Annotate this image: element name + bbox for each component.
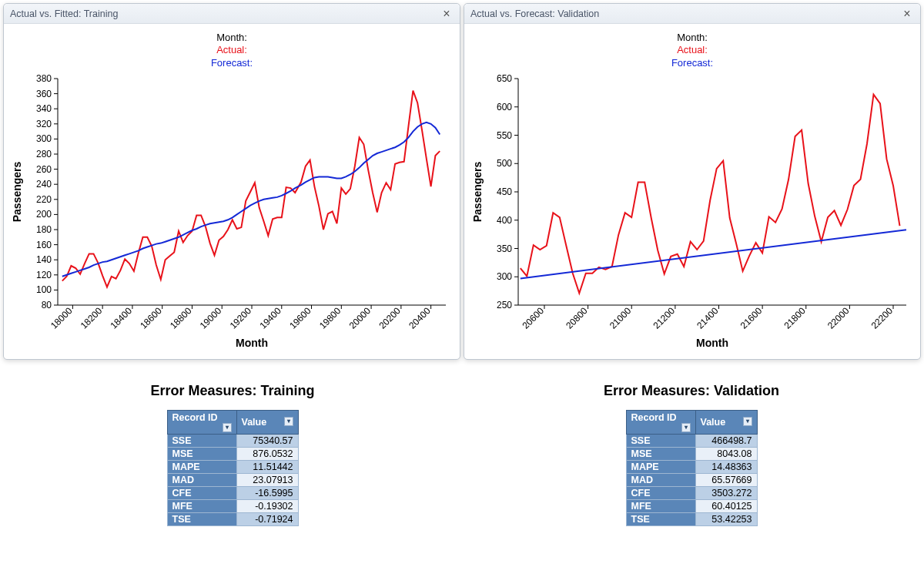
validation-panel: Actual vs. Forecast: Validation × Month:… <box>464 3 921 360</box>
training-metrics-title: Error Measures: Training <box>150 383 314 399</box>
svg-text:Month: Month <box>696 337 728 349</box>
legend-month: Month: <box>469 32 916 44</box>
svg-text:18800: 18800 <box>168 305 194 331</box>
column-header[interactable]: Record ID▾ <box>167 410 236 434</box>
svg-text:18000: 18000 <box>49 305 75 331</box>
metric-name: CFE <box>167 486 236 499</box>
svg-text:180: 180 <box>36 224 52 235</box>
close-icon[interactable]: × <box>900 7 914 21</box>
svg-text:21600: 21600 <box>738 305 765 331</box>
training-panel: Actual vs. Fitted: Training × Month: Act… <box>3 3 460 360</box>
svg-text:360: 360 <box>36 88 52 99</box>
training-panel-title: Actual vs. Fitted: Training <box>10 8 118 19</box>
metric-name: MFE <box>626 499 695 512</box>
svg-text:240: 240 <box>36 179 52 190</box>
close-icon[interactable]: × <box>440 7 454 21</box>
metric-name: MFE <box>167 499 236 512</box>
svg-text:260: 260 <box>36 163 52 174</box>
filter-dropdown-icon[interactable]: ▾ <box>284 417 293 426</box>
svg-text:Passengers: Passengers <box>471 161 484 222</box>
svg-text:300: 300 <box>36 133 52 144</box>
metric-value: 466498.7 <box>695 434 757 447</box>
svg-text:140: 140 <box>36 254 52 265</box>
training-chart: 8010012014016018020022024026028030032034… <box>8 74 455 351</box>
metric-name: MAPE <box>626 460 695 473</box>
validation-legend: Month: Actual: Forecast: <box>469 29 916 74</box>
validation-metrics-block: Error Measures: Validation Record ID▾Val… <box>462 371 921 526</box>
svg-text:350: 350 <box>497 243 512 253</box>
table-row: CFE3503.272 <box>626 486 757 499</box>
training-metrics-block: Error Measures: Training Record ID▾Value… <box>3 371 462 526</box>
svg-text:160: 160 <box>36 239 52 250</box>
svg-text:20000: 20000 <box>347 305 373 331</box>
svg-text:19600: 19600 <box>287 305 313 331</box>
svg-text:19000: 19000 <box>198 305 224 331</box>
table-row: CFE-16.5995 <box>167 486 298 499</box>
svg-text:20200: 20200 <box>377 305 403 331</box>
svg-text:400: 400 <box>497 215 512 226</box>
metric-name: TSE <box>167 512 236 525</box>
table-row: MSE8043.08 <box>626 447 757 460</box>
legend-month: Month: <box>8 32 455 44</box>
svg-text:18200: 18200 <box>79 305 105 331</box>
filter-dropdown-icon[interactable]: ▾ <box>743 417 752 426</box>
validation-chart: 2503003504004505005506006502060020800210… <box>469 74 916 351</box>
svg-text:22200: 22200 <box>869 305 896 331</box>
metrics-row: Error Measures: Training Record ID▾Value… <box>0 363 924 542</box>
metric-name: MAD <box>626 473 695 486</box>
svg-text:18400: 18400 <box>109 305 135 331</box>
metric-name: MSE <box>626 447 695 460</box>
table-row: MAPE11.51442 <box>167 460 298 473</box>
svg-text:100: 100 <box>36 284 52 295</box>
svg-text:20800: 20800 <box>564 305 590 331</box>
svg-text:21000: 21000 <box>608 305 634 331</box>
table-row: MFE-0.19302 <box>167 499 298 512</box>
svg-text:300: 300 <box>497 271 512 282</box>
table-row: MSE876.0532 <box>167 447 298 460</box>
metric-value: 53.42253 <box>695 512 757 525</box>
svg-text:120: 120 <box>36 270 52 280</box>
svg-text:340: 340 <box>36 103 52 114</box>
legend-actual: Actual: <box>469 44 916 56</box>
validation-panel-title: Actual vs. Forecast: Validation <box>470 8 599 19</box>
metric-value: 8043.08 <box>695 447 757 460</box>
table-row: MFE60.40125 <box>626 499 757 512</box>
svg-text:Passengers: Passengers <box>11 161 23 222</box>
svg-text:500: 500 <box>497 158 512 169</box>
svg-text:450: 450 <box>497 186 512 197</box>
svg-text:21800: 21800 <box>782 305 808 331</box>
svg-text:320: 320 <box>36 119 52 129</box>
training-legend: Month: Actual: Forecast: <box>8 29 455 74</box>
svg-text:380: 380 <box>36 74 52 84</box>
filter-dropdown-icon[interactable]: ▾ <box>681 423 691 432</box>
table-row: MAD23.07913 <box>167 473 298 486</box>
metric-value: 11.51442 <box>236 460 298 473</box>
training-panel-header[interactable]: Actual vs. Fitted: Training × <box>4 4 460 24</box>
metric-name: MAPE <box>167 460 236 473</box>
metric-value: 876.0532 <box>236 447 298 460</box>
svg-text:Month: Month <box>236 337 268 349</box>
table-row: MAD65.57669 <box>626 473 757 486</box>
column-header[interactable]: Value▾ <box>236 410 298 434</box>
filter-dropdown-icon[interactable]: ▾ <box>223 423 232 432</box>
svg-text:650: 650 <box>497 74 512 84</box>
training-chart-body: Month: Actual: Forecast: 801001201401601… <box>4 24 460 359</box>
column-header[interactable]: Value▾ <box>695 410 757 434</box>
metric-value: 23.07913 <box>236 473 298 486</box>
svg-text:280: 280 <box>36 149 52 159</box>
svg-text:20400: 20400 <box>407 305 433 331</box>
legend-forecast: Forecast: <box>8 57 455 69</box>
metric-value: 75340.57 <box>236 434 298 447</box>
training-metrics-table: Record ID▾Value▾SSE75340.57MSE876.0532MA… <box>167 410 299 526</box>
metric-name: MAD <box>167 473 236 486</box>
validation-metrics-table: Record ID▾Value▾SSE466498.7MSE8043.08MAP… <box>626 410 758 526</box>
metric-value: 3503.272 <box>695 486 757 499</box>
svg-text:550: 550 <box>497 129 512 140</box>
table-row: SSE75340.57 <box>167 434 298 447</box>
svg-text:21400: 21400 <box>695 305 721 331</box>
column-header[interactable]: Record ID▾ <box>626 410 695 434</box>
validation-panel-header[interactable]: Actual vs. Forecast: Validation × <box>464 4 920 24</box>
svg-text:80: 80 <box>42 300 52 310</box>
table-row: MAPE14.48363 <box>626 460 757 473</box>
metric-name: SSE <box>626 434 695 447</box>
